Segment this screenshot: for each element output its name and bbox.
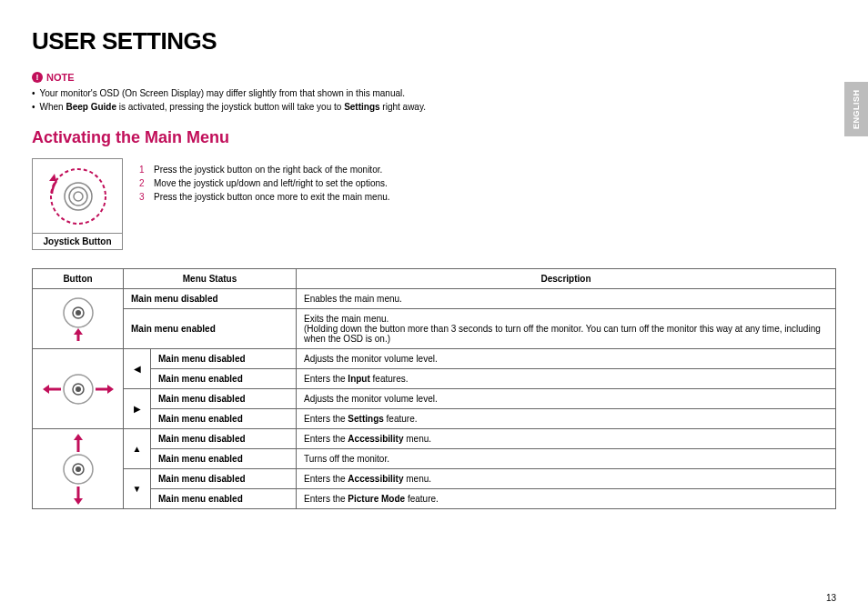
updown-cell <box>33 429 124 509</box>
page-number: 13 <box>826 593 836 603</box>
status: Main menu disabled <box>151 469 297 489</box>
svg-point-7 <box>76 310 81 316</box>
svg-point-3 <box>74 192 83 201</box>
step-number: 1 <box>139 165 146 175</box>
desc: Exits the main menu. (Holding down the b… <box>297 309 836 349</box>
left-arrow-icon: ◀ <box>124 349 151 389</box>
operation-table: Button Menu Status Description Main menu… <box>32 268 836 509</box>
joystick-caption: Joystick Button <box>32 233 123 250</box>
status: Main menu enabled <box>151 449 297 469</box>
note-item: Your monitor's OSD (On Screen Display) m… <box>40 88 406 98</box>
bullet-icon <box>32 88 35 98</box>
bullet-icon <box>32 102 35 112</box>
leftright-cell <box>33 349 124 429</box>
right-arrow-icon: ▶ <box>124 389 151 429</box>
svg-marker-23 <box>74 498 83 505</box>
svg-marker-14 <box>43 385 49 394</box>
status: Main menu disabled <box>124 289 297 309</box>
page-title: USER SETTINGS <box>32 27 836 55</box>
steps: 1Press the joystick button on the right … <box>139 158 836 250</box>
note-heading: ! NOTE <box>32 72 836 83</box>
joystick-icon <box>33 159 124 234</box>
step-number: 2 <box>139 178 146 188</box>
note-item: When Beep Guide is activated, pressing t… <box>40 102 426 112</box>
status: Main menu disabled <box>151 429 297 449</box>
down-arrow-icon: ▼ <box>124 469 151 509</box>
desc: Enters the Accessibility menu. <box>297 469 836 489</box>
status: Main menu disabled <box>151 349 297 369</box>
joystick-ud-icon <box>51 432 106 507</box>
desc: Adjusts the monitor volume level. <box>297 349 836 369</box>
desc: Enters the Picture Mode feature. <box>297 489 836 509</box>
press-cell <box>33 289 124 349</box>
svg-point-2 <box>69 187 87 206</box>
note-icon: ! <box>32 72 43 83</box>
svg-point-0 <box>51 169 106 224</box>
svg-marker-4 <box>49 174 56 181</box>
svg-marker-9 <box>74 328 83 335</box>
th-menu-status: Menu Status <box>124 269 297 289</box>
th-description: Description <box>297 269 836 289</box>
desc: Enables the main menu. <box>297 289 836 309</box>
th-button: Button <box>33 269 124 289</box>
svg-marker-21 <box>74 434 83 440</box>
svg-marker-16 <box>107 385 114 394</box>
language-tab: ENGLISH <box>844 82 868 136</box>
status: Main menu enabled <box>124 309 297 349</box>
desc: Enters the Accessibility menu. <box>297 429 836 449</box>
svg-point-19 <box>76 467 81 472</box>
note-list: Your monitor's OSD (On Screen Display) m… <box>32 88 836 112</box>
status: Main menu enabled <box>151 369 297 389</box>
svg-point-12 <box>76 386 81 392</box>
joystick-illustration: Joystick Button <box>32 158 123 250</box>
joystick-press-icon <box>51 294 106 344</box>
up-arrow-icon: ▲ <box>124 429 151 469</box>
step-text: Press the joystick button once more to e… <box>154 192 390 202</box>
section-heading: Activating the Main Menu <box>32 128 836 147</box>
desc: Adjusts the monitor volume level. <box>297 389 836 409</box>
step-number: 3 <box>139 192 146 202</box>
desc: Turns off the monitor. <box>297 449 836 469</box>
desc: Enters the Settings feature. <box>297 409 836 429</box>
step-text: Move the joystick up/down and left/right… <box>154 178 388 188</box>
desc: Enters the Input features. <box>297 369 836 389</box>
step-text: Press the joystick button on the right b… <box>154 165 382 175</box>
status: Main menu enabled <box>151 489 297 509</box>
status: Main menu enabled <box>151 409 297 429</box>
status: Main menu disabled <box>151 389 297 409</box>
note-label: NOTE <box>46 72 75 83</box>
joystick-lr-icon <box>41 366 116 412</box>
